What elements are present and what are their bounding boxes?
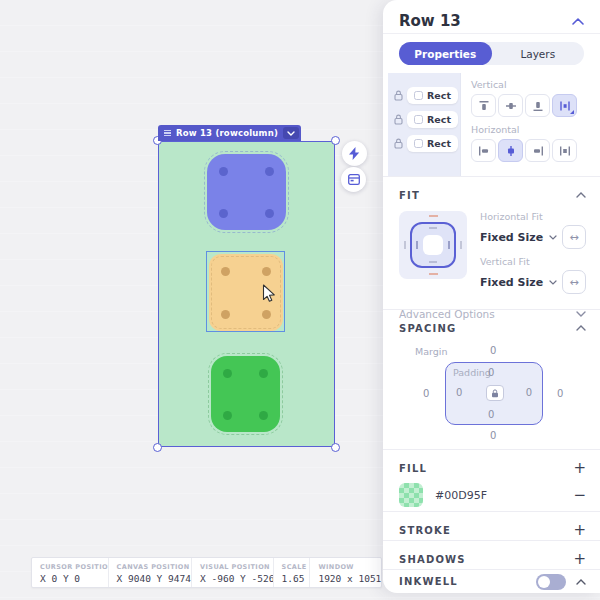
tab-properties[interactable]: Properties [399,42,492,65]
selection-label-tab[interactable]: Row 13 (rowcolumn) [158,125,301,141]
spacing-header: SPACING [399,323,456,334]
align-left-button[interactable] [471,139,496,162]
horizontal-arrows-icon: ↔ [569,276,578,289]
vertical-fit-select[interactable]: Fixed Size [480,276,543,289]
margin-left-value[interactable]: 0 [423,388,429,399]
padding-left-value[interactable]: 0 [456,387,462,398]
status-value: X 0 Y 0 [40,573,108,584]
inkwell-header: INKWELL [399,576,458,587]
tab-layers[interactable]: Layers [492,42,585,65]
spacing-widget: Margin 0 Padding 0 0 0 0 0 0 0 [399,342,586,446]
margin-label: Margin [415,346,447,357]
space-between-horizontal-button[interactable] [552,139,577,162]
corner-dot [219,209,228,218]
vertical-fit-label: Vertical Fit [480,256,586,267]
chevron-up-icon [572,18,584,25]
add-shadow-button[interactable]: + [573,552,586,567]
align-right-icon [531,144,545,158]
fill-color-swatch[interactable] [399,483,423,507]
fit-header: FIT [399,190,420,201]
fill-color-hex[interactable]: #00D95F [435,489,487,502]
status-label: WINDOW [318,563,381,571]
selected-container-rect[interactable] [158,141,335,447]
resize-handle-bottom-right[interactable] [331,443,340,452]
padding-right-value[interactable]: 0 [526,387,532,398]
margin-bottom-value[interactable]: 0 [490,430,496,441]
inkwell-toggle[interactable] [536,574,566,590]
tick-mark [429,215,438,217]
layer-name: Rect [427,90,451,101]
layer-checkbox[interactable] [414,115,423,124]
chevron-down-icon[interactable] [549,235,557,240]
tick-mark [448,241,450,249]
corner-dot [259,369,268,378]
layer-checkbox[interactable] [414,139,423,148]
corner-dot [259,411,268,420]
fit-preview-thumbnail [399,211,467,279]
lock-icon[interactable] [394,114,403,125]
align-center-horizontal-icon [504,144,518,158]
align-center-horizontal-button[interactable] [498,139,523,162]
more-options-corner [570,110,574,114]
spacing-collapse-button[interactable] [576,325,586,331]
chevron-up-icon [576,325,586,331]
green-rect-child[interactable] [211,356,280,432]
layer-pill[interactable]: Rect [407,111,458,128]
details-panel-button[interactable] [341,167,366,192]
space-between-vertical-button[interactable] [552,94,577,117]
blue-rect-child[interactable] [207,154,286,230]
status-label: CURSOR POSITION [40,563,108,571]
panel-collapse-button[interactable] [572,18,584,25]
remove-fill-button[interactable]: − [573,488,586,503]
padding-top-value[interactable]: 0 [488,367,494,378]
chevron-down-icon[interactable] [549,280,557,285]
lock-icon [491,389,499,398]
tick-mark [429,273,438,275]
resize-handle-bottom-left[interactable] [153,443,162,452]
horizontal-fit-label: Horizontal Fit [480,211,586,222]
align-middle-icon [504,99,518,113]
status-window: WINDOW 1920 x 1051 [310,558,381,587]
padding-lock-button[interactable] [486,385,504,401]
status-value: 1920 x 1051 [318,573,381,584]
corner-dot [262,267,271,276]
align-middle-button[interactable] [498,94,523,117]
horizontal-fit-select[interactable]: Fixed Size [480,231,543,244]
layer-checkbox[interactable] [414,91,423,100]
quick-actions-button[interactable] [342,141,367,166]
status-value: 1.65 [282,573,310,584]
lock-icon[interactable] [394,90,403,101]
corner-dot [223,411,232,420]
fit-collapse-button[interactable] [576,192,586,198]
corner-dot [265,167,274,176]
lock-icon[interactable] [394,138,403,149]
align-top-button[interactable] [471,94,496,117]
horizontal-align-buttons [471,139,600,162]
fill-section: FILL + #00D95F − [383,450,600,512]
add-fill-button[interactable]: + [573,461,586,476]
vertical-resize-button[interactable]: ↔ [562,270,586,294]
status-label: CANVAS POSITION [117,563,192,571]
padding-bottom-value[interactable]: 0 [488,409,494,420]
align-bottom-button[interactable] [525,94,550,117]
stroke-section: STROKE + [383,512,600,541]
layer-row: Rect [394,111,460,128]
selection-dropdown-button[interactable] [283,127,299,139]
status-label: VISUAL POSITION [200,563,273,571]
toggle-knob [538,576,550,588]
add-stroke-button[interactable]: + [573,523,586,538]
layer-pill[interactable]: Rect [407,87,458,104]
resize-handle-top-right[interactable] [331,136,340,145]
inkwell-collapse-button[interactable] [576,579,586,585]
layer-pill[interactable]: Rect [407,135,458,152]
vertical-align-buttons [471,94,600,117]
tick-mark [404,241,406,249]
margin-right-value[interactable]: 0 [557,388,563,399]
fit-preview-inner-rect [423,235,443,255]
alignment-section: Rect Rect Rect Vertical [383,73,600,177]
align-right-button[interactable] [525,139,550,162]
horizontal-resize-button[interactable]: ↔ [562,225,586,249]
fit-section: FIT Horizontal Fit Fixed Size [383,177,600,310]
panel-window-icon [348,174,360,185]
margin-top-value[interactable]: 0 [490,345,496,356]
